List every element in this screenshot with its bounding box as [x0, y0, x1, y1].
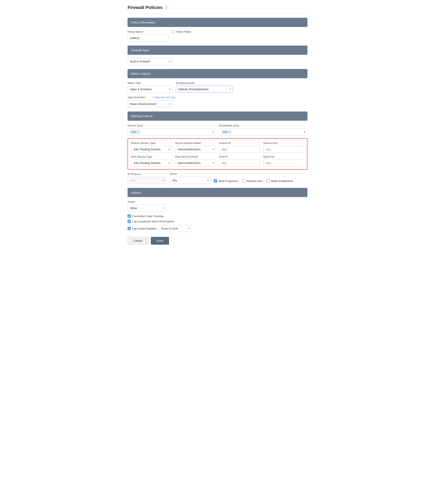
policy-info-row: Policy Name* Active Policy [128, 30, 307, 41]
action-label: Action [128, 200, 167, 203]
dest-service-name-select-wrapper[interactable]: interroutedomain1 domain2 ▾ [175, 160, 216, 166]
dest-ip-input[interactable] [219, 160, 260, 166]
dest-port-input[interactable] [263, 160, 304, 166]
active-policy-checkbox[interactable] [172, 30, 174, 33]
log-packet-group: Log Packet Statistics [128, 227, 157, 230]
log-packet-checkbox[interactable] [128, 227, 131, 230]
dscp-select-wrapper[interactable]: Any CS1 CS2 ▾ [170, 177, 211, 184]
dscp-label: DSCP [170, 172, 211, 176]
log-packet-interval-select-wrapper[interactable]: Every 5 mins Every 10 mins Every 30 mins… [159, 225, 192, 232]
source-ip-input[interactable] [219, 146, 260, 153]
routing-domain-group: Routing Domain Default_RoutingDomain Dom… [176, 81, 233, 93]
protocol-row: IP Protocol Any ▾ DSCP Any CS1 CS2 ▾ [128, 172, 307, 184]
match-type-select-wrapper[interactable]: Apps & Domains Zone IP ▾ [128, 86, 173, 93]
action-group: Action Allow Deny Drop ▾ [128, 200, 167, 212]
firewall-type-section: Firewall Type Built-in Firewall External… [128, 45, 307, 65]
dscp-select[interactable]: Any CS1 CS2 [170, 177, 211, 184]
button-row: Cancel Done [128, 237, 307, 245]
allow-fragments-group: Allow Fragments [214, 179, 238, 183]
firewall-type-select-wrapper[interactable]: Built-in Firewall External Firewall ▾ [128, 58, 173, 65]
connection-state-tracking-checkbox[interactable] [128, 215, 131, 218]
log-packet-label: Log Packet Statistics [132, 227, 157, 230]
source-ip-label: Source IP [219, 142, 260, 144]
match-established-checkbox[interactable] [266, 179, 270, 183]
match-established-label: Match Established [271, 180, 293, 183]
dest-zone-chevron-icon: ▾ [304, 130, 305, 133]
source-zone-group: Source Zone Any ✕ ▾ [128, 124, 216, 135]
dscp-group: DSCP Any CS1 CS2 ▾ [170, 172, 211, 184]
allow-fragments-checkbox[interactable] [214, 179, 217, 183]
dest-zone-label: Destination Zone [219, 124, 307, 127]
apps-domains-select-wrapper[interactable]: Base virtual protocol Option2 ▾ [128, 100, 173, 108]
routing-domain-select-wrapper[interactable]: Default_RoutingDomain Domain2 ▾ [176, 86, 233, 93]
policy-name-label: Policy Name* [128, 30, 168, 33]
dest-zone-tag-close-icon[interactable]: ✕ [228, 130, 230, 133]
dest-ip-label: Dest IP [219, 155, 260, 158]
firewall-type-select[interactable]: Built-in Firewall External Firewall [128, 58, 173, 65]
ip-protocol-group: IP Protocol Any ▾ [128, 172, 167, 184]
source-service-name-select-wrapper[interactable]: interroutedomain1 domain2 ▾ [175, 146, 216, 153]
info-icon[interactable]: i [165, 6, 168, 9]
source-zone-chevron-icon: ▾ [213, 130, 214, 133]
source-zone-tag-close-icon[interactable]: ✕ [137, 130, 139, 133]
firewall-type-group: Built-in Firewall External Firewall ▾ [128, 58, 173, 65]
log-packet-interval-select[interactable]: Every 5 mins Every 10 mins Every 30 mins [159, 225, 192, 232]
dest-zone-group: Destination Zone Any ✕ ▾ [219, 124, 307, 135]
source-port-input[interactable] [263, 146, 304, 153]
log-connection-checkbox[interactable] [128, 220, 131, 223]
dest-service-type-select-wrapper[interactable]: Inter Routing Domain Other ▾ [131, 160, 172, 166]
dest-service-row: Dest Service Type Inter Routing Domain O… [131, 155, 304, 166]
action-select[interactable]: Allow Deny Drop [128, 205, 167, 212]
routing-domain-select[interactable]: Default_RoutingDomain Domain2 [176, 86, 233, 93]
actions-section: Actions Action Allow Deny Drop ▾ Connect… [128, 188, 307, 232]
dest-zone-tag: Any ✕ [221, 130, 231, 134]
apps-domains-label: Apps Domains* [128, 96, 146, 99]
done-button[interactable]: Done [151, 237, 169, 245]
page-header: Firewall Policies i [128, 5, 307, 14]
match-type-label: Match Type [128, 81, 173, 85]
source-zone-tag-input[interactable]: Any ✕ ▾ [128, 128, 216, 135]
dest-service-name-select[interactable]: interroutedomain1 domain2 [175, 160, 216, 166]
policy-name-group: Policy Name* [128, 30, 168, 41]
reverse-also-checkbox[interactable] [242, 179, 246, 183]
firewall-type-header: Firewall Type [128, 45, 307, 55]
dest-port-group: Dest Port [263, 155, 304, 166]
connection-state-tracking-label: Connection State Tracking [132, 215, 163, 218]
source-port-label: Source Port [263, 142, 304, 144]
policy-name-input[interactable] [128, 35, 168, 41]
source-zone-label: Source Zone [128, 124, 216, 127]
ip-protocol-select-wrapper[interactable]: Any ▾ [128, 177, 167, 184]
dest-port-label: Dest Port [263, 155, 304, 158]
cancel-button[interactable]: Cancel [128, 237, 148, 245]
page-title: Firewall Policies [128, 5, 163, 10]
match-type-select[interactable]: Apps & Domains Zone IP [128, 86, 173, 93]
source-service-type-group: Source Service Type Inter Routing Domain… [131, 142, 172, 153]
apps-domains-label-row: Apps Domains* + New Domain App [128, 96, 307, 99]
apps-domains-select[interactable]: Base virtual protocol Option2 [128, 100, 173, 108]
source-service-name-label: Source Service Name* [175, 142, 216, 144]
new-domain-app-link[interactable]: + New Domain App [152, 96, 176, 99]
source-service-type-select[interactable]: Inter Routing Domain Other [131, 146, 172, 153]
source-zone-tag: Any ✕ [130, 130, 140, 134]
dest-service-type-label: Dest Service Type [131, 155, 172, 158]
source-service-name-group: Source Service Name* interroutedomain1 d… [175, 142, 216, 153]
dest-service-name-group: Dest Service Name* interroutedomain1 dom… [175, 155, 216, 166]
action-select-wrapper[interactable]: Allow Deny Drop ▾ [128, 205, 167, 212]
source-port-group: Source Port [263, 142, 304, 153]
source-service-type-label: Source Service Type [131, 142, 172, 144]
allow-fragments-label: Allow Fragments [218, 180, 238, 183]
ip-protocol-select[interactable]: Any [128, 177, 167, 184]
source-service-type-select-wrapper[interactable]: Inter Routing Domain Other ▾ [131, 146, 172, 153]
zone-row: Source Zone Any ✕ ▾ Destination Zone Any… [128, 124, 307, 135]
source-service-name-select[interactable]: interroutedomain1 domain2 [175, 146, 216, 153]
match-criteria-header: Match Criteria [128, 69, 307, 78]
policy-information-section: Policy Information Policy Name* Active P… [128, 18, 307, 41]
active-policy-group: Active Policy [172, 30, 191, 35]
fragment-checkboxes: Allow Fragments Reverse Also Match Estab… [214, 179, 307, 184]
dest-zone-tag-input[interactable]: Any ✕ ▾ [219, 128, 307, 135]
dest-service-type-group: Dest Service Type Inter Routing Domain O… [131, 155, 172, 166]
dest-service-type-select[interactable]: Inter Routing Domain Other [131, 160, 172, 166]
reverse-also-label: Reverse Also [247, 180, 262, 183]
dest-service-name-label: Dest Service Name* [175, 155, 216, 158]
action-checkboxes: Connection State Tracking Log Connection… [128, 215, 307, 232]
